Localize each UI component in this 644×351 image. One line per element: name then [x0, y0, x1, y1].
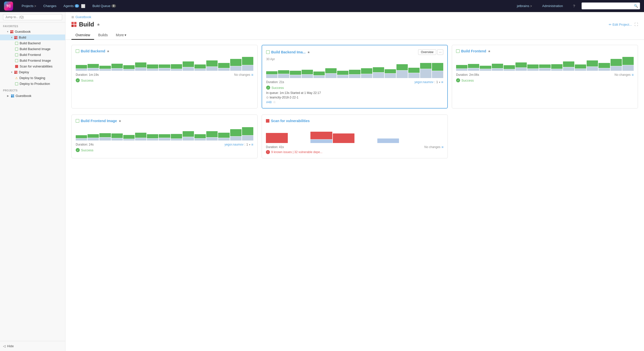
agent-info: ⊙ teamcity-2018-2-22-1 [266, 96, 443, 99]
sidebar-item-label: Deploy [19, 70, 29, 74]
page-header: Build ★ ✏ Edit Project... ⛶ [65, 20, 644, 31]
sidebar-item-build-backend-image[interactable]: Build Backend Image [0, 46, 65, 52]
build-queue-badge: 0 [111, 4, 116, 8]
build-type-icon [15, 59, 18, 62]
projects-dropdown-icon: |▾ [34, 5, 36, 7]
changes-dropdown-icon[interactable]: ▾ [439, 81, 440, 84]
card-duration: Duration: 21s [266, 80, 284, 84]
nav-administration[interactable]: Administration [539, 0, 566, 12]
user-link[interactable]: yegor.naumov [224, 143, 243, 146]
card-title[interactable]: Build Frontend Image [81, 119, 117, 123]
card-star-icon[interactable]: ★ [488, 49, 491, 53]
error-circle-icon: ! [266, 150, 270, 154]
sidebar-item-label: Build Backend [20, 41, 41, 45]
nav-help[interactable]: ? [570, 0, 579, 12]
build-star-icon[interactable]: ☆ [273, 100, 276, 104]
nav-agents[interactable]: Agents 1 ⬜ [60, 0, 89, 12]
sidebar-item-label: Guestbook [15, 30, 31, 33]
build-card-build-frontend-image[interactable]: Build Frontend Image ★ Duration: 24s yeg… [71, 115, 258, 158]
card-title[interactable]: Build Backend [81, 49, 105, 53]
build-cards-grid-row2: Build Frontend Image ★ Duration: 24s yeg… [65, 115, 644, 164]
card-build-icon [76, 49, 79, 53]
sidebar-item-build-backend[interactable]: Build Backend [0, 40, 65, 46]
card-footer: Duration: 41s No changes ≡ [266, 145, 444, 149]
card-footer: Duration: 21s yegor.naumov : 1 ▾ ≡ [266, 80, 443, 84]
sidebar-hide-btn[interactable]: ◁ Hide [0, 341, 65, 351]
sidebar-search-container [0, 12, 65, 22]
sidebar-item-deploy-production[interactable]: Deploy to Production [0, 81, 65, 87]
changes-dropdown-icon[interactable]: ▾ [249, 143, 250, 146]
build-type-icon [15, 82, 18, 85]
build-card-scan-vulnerabilities[interactable]: Scan for vulnerabilities Duration: 41s N… [262, 115, 448, 158]
status-label: Success [271, 86, 284, 90]
sidebar-item-guestbook[interactable]: ▾ Guestbook [0, 29, 65, 34]
card-title[interactable]: Scan for vulnerabilities [271, 119, 310, 123]
card-title[interactable]: Build Backend Ima... [271, 50, 306, 54]
more-options-button[interactable]: ··· [437, 49, 443, 55]
build-card-build-backend[interactable]: Build Backend ★ Duration: 1m:19s No chan… [71, 45, 258, 109]
sidebar-item-label: Deploy to Staging [19, 76, 45, 80]
sidebar-item-scan-vulnerabilities[interactable]: Scan for vulnerabilities [0, 63, 65, 69]
build-card-build-frontend[interactable]: Build Frontend ★ Duration: 2m:06s No cha… [452, 45, 638, 109]
tab-builds[interactable]: Builds [94, 31, 112, 40]
user-link[interactable]: yegor.naumov [414, 80, 433, 84]
changes-icon[interactable]: ≡ [251, 143, 253, 147]
run-button[interactable]: Overview [418, 49, 436, 55]
check-circle-icon: ✓ [456, 78, 460, 82]
mini-chart-build-backend-image [266, 63, 443, 78]
nav-jetbrains[interactable]: jetbrains |▾ [513, 0, 536, 12]
fullscreen-button[interactable]: ⛶ [634, 22, 638, 26]
card-footer: Duration: 24s yegor.naumov : 1 ▾ ≡ [76, 143, 253, 147]
changes-icon[interactable]: ≡ [441, 80, 443, 84]
build-number[interactable]: #48 [266, 100, 272, 104]
card-footer: Duration: 2m:06s No changes ≡ [456, 73, 634, 77]
changes-icon[interactable]: ≡ [632, 73, 634, 77]
sidebar-item-projects-guestbook[interactable]: ▶ Guestbook [0, 93, 65, 99]
mini-chart-build-backend [76, 56, 253, 71]
search-icon[interactable]: 🔍 [633, 3, 639, 9]
status-success: ✓ Success [266, 86, 443, 90]
tc-logo[interactable]: TC [4, 2, 13, 11]
changes-count: 1 [246, 143, 248, 146]
search-input[interactable] [583, 3, 633, 9]
sidebar-item-build[interactable]: ▾ Build [0, 34, 65, 40]
changes-icon[interactable]: ≡ [251, 73, 253, 77]
title-star-icon[interactable]: ★ [97, 22, 100, 27]
chevron-right-icon: ▶ [7, 94, 9, 97]
projects-guestbook-icon [11, 94, 14, 97]
sidebar-item-build-frontend-image[interactable]: Build Frontend Image [0, 58, 65, 63]
jetbrains-dropdown-icon: |▾ [530, 5, 532, 7]
card-duration: Duration: 1m:19s [76, 73, 99, 77]
breadcrumb-link[interactable]: Guestbook [75, 15, 91, 19]
build-card-build-backend-image[interactable]: Build Backend Ima... ★ Overview ··· 30 A… [262, 45, 448, 109]
status-label: Success [81, 79, 93, 82]
sidebar-item-label: Scan for vulnerabilities [20, 64, 53, 68]
card-build-icon [76, 119, 79, 123]
card-star-icon[interactable]: ★ [118, 119, 122, 123]
sidebar-item-build-frontend[interactable]: Build Frontend [0, 52, 65, 58]
changes-icon[interactable]: ≡ [441, 145, 444, 149]
card-title[interactable]: Build Frontend [461, 49, 486, 53]
nav-projects[interactable]: Projects |▾ [18, 0, 40, 12]
guestbook-project-icon [10, 30, 13, 33]
sidebar-search-input[interactable] [3, 14, 62, 20]
nav-build-queue[interactable]: Build Queue 0 [89, 0, 119, 12]
warning-icon: ⚠ [15, 76, 18, 80]
card-star-icon[interactable]: ★ [107, 49, 110, 53]
card-build-icon [266, 50, 270, 54]
tab-overview[interactable]: Overview [71, 31, 94, 40]
breadcrumb-grid-icon: ⊞ [71, 15, 74, 19]
agent-icon: ⊙ [266, 96, 269, 99]
sidebar-item-deploy[interactable]: ▾ Deploy [0, 69, 65, 75]
edit-project-button[interactable]: ✏ Edit Project... [609, 23, 632, 26]
nav-changes[interactable]: Changes [40, 0, 60, 12]
sidebar-item-deploy-staging[interactable]: ⚠ Deploy to Staging [0, 75, 65, 81]
tab-more[interactable]: More ▾ [112, 31, 131, 40]
card-footer-right: No changes ≡ [234, 73, 253, 77]
card-footer-right: No changes ≡ [424, 145, 444, 149]
build-num-row: #48 ☆ [266, 100, 443, 104]
card-star-icon[interactable]: ★ [307, 50, 310, 54]
breadcrumb: ⊞ Guestbook [65, 12, 644, 20]
sidebar: FAVORITES ▾ Guestbook ▾ Build Build Back… [0, 12, 65, 351]
sidebar-item-label: Build Frontend Image [20, 59, 51, 62]
